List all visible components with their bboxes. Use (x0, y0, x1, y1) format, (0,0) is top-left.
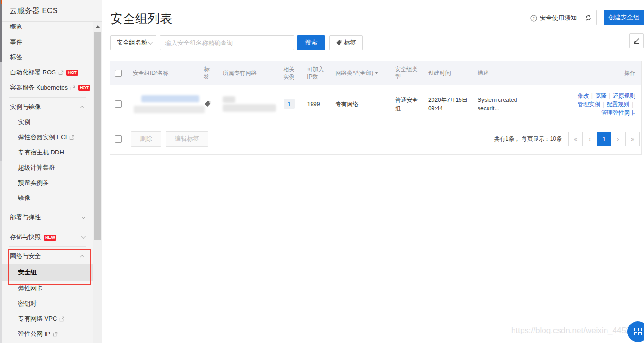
sidebar-nav: 概览事件标签自动化部署 ROSHOT容器服务 KubernetesHOT实例与镜… (2, 19, 93, 342)
network-type-value: 专有网络 (330, 85, 390, 123)
sidebar-item-label: 弹性容器实例 ECI (18, 133, 67, 142)
col-ip-count: 可加入IP数 (301, 61, 330, 85)
action-modify[interactable]: 修改 (578, 92, 589, 99)
hot-badge: HOT (66, 70, 78, 76)
action-manage-eni[interactable]: 管理弹性网卡 (601, 109, 635, 116)
search-field-select[interactable]: 安全组名称 (110, 35, 156, 50)
sidebar-item-label: 事件 (10, 38, 22, 46)
select-all-checkbox[interactable] (115, 70, 122, 77)
sidebar-item-images[interactable]: 镜像 (2, 190, 93, 206)
export-icon (633, 37, 640, 45)
page-title: 安全组列表 (110, 10, 172, 27)
sidebar-divider (9, 246, 86, 247)
vpc-id-redacted (223, 96, 235, 103)
table-footer: 删除 编辑标签 共有1条， 每页显示：10条 « ‹ 1 › » (110, 123, 641, 154)
sidebar-item-key-pairs[interactable]: 密钥对 (2, 296, 93, 311)
sidebar-item-tags[interactable]: 标签 (2, 50, 93, 65)
hot-badge: HOT (78, 85, 90, 91)
sidebar-item-label: 实例与镜像 (10, 103, 41, 110)
pagination-first[interactable]: « (568, 132, 583, 146)
pagination: « ‹ 1 › » (569, 132, 640, 146)
sidebar-scrollbar-thumb[interactable] (94, 32, 101, 240)
search-field-select-value: 安全组名称 (117, 38, 147, 47)
action-restore-rules[interactable]: 还原规则 (613, 92, 635, 99)
pagination-summary: 共有1条， 每页显示：10条 (494, 135, 562, 143)
sidebar-item-vpc[interactable]: 专有网络 VPC (2, 311, 93, 326)
table-row: 1 1999 专有网络 普通安全组 2020年7月15日 09:44 Syste… (110, 85, 641, 123)
sidebar-item-label: 密钥对 (18, 299, 37, 308)
action-configure-rules[interactable]: 配置规则 (607, 101, 629, 108)
sidebar-item-label: 自动化部署 ROS (10, 68, 56, 77)
sidebar-item-label: 网络与安全 (10, 253, 41, 260)
col-id-name: 安全组ID/名称 (127, 61, 202, 85)
sidebar-item-ros-deploy[interactable]: 自动化部署 ROSHOT (2, 65, 93, 80)
row-tag-icon[interactable] (204, 100, 211, 108)
sidebar-item-instances[interactable]: 实例 (2, 115, 93, 130)
search-input[interactable] (160, 35, 294, 50)
create-security-group-button[interactable]: 创建安全组 (604, 10, 644, 25)
sidebar-item-kubernetes[interactable]: 容器服务 KubernetesHOT (2, 80, 93, 95)
action-clone[interactable]: 克隆 (595, 92, 607, 99)
row-actions: 修改|克隆|还原规则 管理实例|配置规则| 管理弹性网卡 (566, 91, 635, 117)
pagination-next[interactable]: › (611, 132, 626, 146)
help-link-label: 安全使用须知 (540, 14, 577, 22)
grid-icon (634, 328, 642, 335)
sidebar-item-label: 弹性网卡 (18, 284, 43, 293)
pagination-page-1[interactable]: 1 (597, 132, 611, 146)
refresh-icon (585, 14, 592, 21)
edit-tags-button[interactable]: 编辑标签 (166, 131, 208, 147)
question-circle-icon: ? (530, 15, 537, 22)
svg-text:?: ? (533, 16, 535, 20)
action-manage-instances[interactable]: 管理实例 (578, 101, 600, 108)
sidebar-divider (9, 97, 86, 98)
delete-button[interactable]: 删除 (131, 131, 161, 147)
sidebar-scrollbar[interactable] (93, 22, 102, 343)
sidebar-item-security-groups[interactable]: 安全组 (2, 264, 93, 281)
sidebar-item-instances-images[interactable]: 实例与镜像 (2, 99, 93, 115)
sidebar-item-overview[interactable]: 概览 (2, 19, 93, 35)
chevron-up-icon (80, 105, 84, 110)
sidebar-item-label: 预留实例券 (18, 179, 49, 187)
sidebar-item-eip[interactable]: 弹性公网 IP (2, 326, 93, 342)
security-usage-notice-link[interactable]: ? 安全使用须知 (530, 14, 577, 22)
sidebar-item-ddh[interactable]: 专有宿主机 DDH (2, 145, 93, 160)
scrollbar-up-arrow-icon[interactable] (93, 23, 102, 30)
security-group-table: 安全组ID/名称 标签 所属专有网络 相关实例 可加入IP数 网络类型(全部) … (110, 61, 642, 155)
sidebar-item-eci[interactable]: 弹性容器实例 ECI (2, 130, 93, 145)
search-button[interactable]: 搜索 (297, 35, 325, 50)
refresh-button[interactable] (580, 10, 597, 25)
external-link-icon (69, 135, 74, 140)
col-network-type-filter[interactable]: 网络类型(全部) (330, 61, 389, 85)
row-checkbox[interactable] (115, 100, 122, 108)
pagination-prev[interactable]: ‹ (582, 132, 597, 146)
sidebar-item-reserved-instances[interactable]: 预留实例券 (2, 175, 93, 190)
sidebar-item-deploy-elasticity[interactable]: 部署与弹性 (2, 210, 93, 225)
tag-filter-label: 标签 (344, 38, 356, 47)
tag-filter-button[interactable]: 标签 (329, 35, 363, 50)
sidebar-divider (9, 227, 86, 227)
sidebar-item-storage-snapshots[interactable]: 存储与快照NEW (2, 229, 93, 244)
sidebar-item-events[interactable]: 事件 (2, 35, 93, 50)
sidebar-item-eni[interactable]: 弹性网卡 (2, 281, 93, 296)
col-vpc: 所属专有网络 (217, 61, 278, 85)
sidebar-item-network-security[interactable]: 网络与安全 (2, 249, 93, 264)
sidebar-item-label: 存储与快照 (10, 233, 41, 240)
external-link-icon (70, 85, 75, 90)
footer-select-all-checkbox[interactable] (115, 135, 122, 143)
sidebar-item-label: 专有宿主机 DDH (18, 148, 64, 157)
vpc-link-redacted[interactable] (223, 104, 276, 112)
col-sg-type: 安全组类型 (389, 61, 423, 85)
pagination-last[interactable]: » (625, 132, 640, 146)
floating-widget-button[interactable] (627, 321, 644, 342)
filter-caret-icon (375, 72, 378, 74)
export-button[interactable] (629, 33, 644, 48)
sidebar-item-scc[interactable]: 超级计算集群 (2, 160, 93, 175)
joinable-ip-count: 1999 (302, 85, 330, 123)
sidebar-item-label: 超级计算集群 (18, 163, 55, 172)
external-link-icon (58, 70, 64, 75)
sidebar-item-label: 安全组 (18, 268, 37, 277)
chevron-down-icon (81, 234, 86, 239)
security-group-id-redacted[interactable] (141, 95, 199, 102)
related-instances-count[interactable]: 1 (284, 99, 295, 109)
sidebar-item-label: 容器服务 Kubernetes (10, 83, 68, 92)
